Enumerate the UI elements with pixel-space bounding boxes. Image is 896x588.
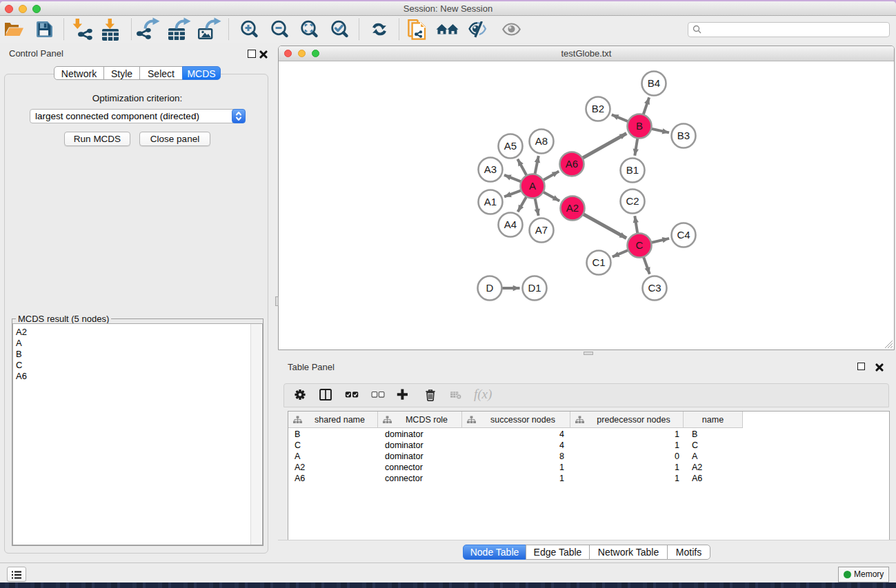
svg-text:B1: B1	[626, 164, 639, 176]
svg-text:B: B	[636, 120, 643, 132]
svg-text:C3: C3	[648, 282, 661, 294]
svg-text:A6: A6	[566, 158, 578, 170]
svg-text:C4: C4	[677, 229, 690, 241]
svg-text:A2: A2	[566, 202, 579, 214]
svg-text:A7: A7	[535, 224, 548, 236]
svg-text:C1: C1	[592, 256, 605, 268]
svg-text:A: A	[529, 180, 536, 192]
svg-text:C2: C2	[626, 195, 639, 207]
svg-text:C: C	[636, 239, 644, 251]
svg-text:A3: A3	[484, 163, 497, 175]
svg-text:A8: A8	[535, 135, 548, 147]
svg-text:D1: D1	[528, 282, 541, 294]
svg-text:B4: B4	[648, 77, 660, 89]
svg-text:A5: A5	[504, 140, 517, 152]
svg-text:B2: B2	[592, 103, 604, 114]
svg-text:B3: B3	[677, 130, 690, 141]
svg-text:A4: A4	[504, 219, 517, 230]
svg-text:D: D	[486, 282, 494, 294]
svg-text:A1: A1	[484, 196, 497, 207]
